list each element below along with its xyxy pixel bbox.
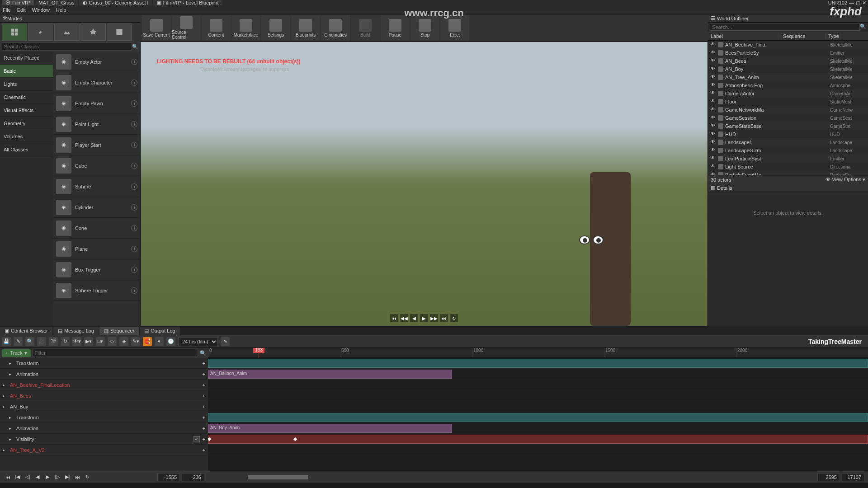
modes-tab[interactable]: ⚒ Modes — [0, 14, 140, 23]
title-tab-2[interactable]: ◐Grass_00 - Generic Asset I — [79, 0, 152, 5]
visibility-icon[interactable]: 👁 — [710, 139, 716, 145]
transform-clip[interactable] — [208, 359, 868, 368]
render-icon[interactable]: 🎬 — [49, 337, 58, 346]
tool-stop[interactable]: Stop — [410, 15, 439, 41]
view-icon[interactable]: 👁▾ — [72, 337, 81, 346]
timeline[interactable]: 193 05001000150020002500 AN_Balloon_Anim… — [208, 348, 868, 483]
add-track-button[interactable]: +Track▾ — [2, 349, 31, 357]
vp-play-icon[interactable]: ▶ — [420, 314, 428, 322]
menu-edit[interactable]: Edit — [17, 7, 26, 13]
visibility-icon[interactable]: 👁 — [710, 50, 716, 56]
actor-item[interactable]: ◉Sphere Triggeri — [53, 280, 140, 301]
outliner-row[interactable]: 👁ParticleEventMaParticleEv — [708, 171, 868, 175]
tab-message-log[interactable]: ▤Message Log — [53, 327, 99, 335]
visibility-icon[interactable]: 👁 — [710, 115, 716, 121]
actor-item[interactable]: ◉Cylinderi — [53, 197, 140, 218]
autokey-icon[interactable]: ◈ — [119, 337, 128, 346]
mode-foliage[interactable] — [80, 23, 106, 41]
outliner-row[interactable]: 👁AN_BoySkeletalMe — [708, 65, 868, 73]
filter-search-icon[interactable]: 🔍 — [200, 350, 206, 356]
play-seq-icon[interactable]: ▶▾ — [84, 337, 93, 346]
cat-volumes[interactable]: Volumes — [0, 130, 53, 143]
info-icon[interactable]: i — [131, 287, 137, 294]
visibility-icon[interactable]: 👁 — [710, 107, 716, 113]
mode-place[interactable] — [2, 23, 27, 41]
tp-stepback-icon[interactable]: ◁| — [24, 473, 32, 481]
vp-prev-icon[interactable]: ◀◀ — [400, 314, 408, 322]
expand-icon[interactable]: ▸ — [3, 404, 7, 409]
tool-source-control[interactable]: Source Control — [172, 15, 201, 41]
visibility-icon[interactable]: 👁 — [710, 42, 716, 48]
actor-item[interactable]: ◉Spherei — [53, 176, 140, 197]
fps-select[interactable]: 24 fps (film) — [178, 337, 218, 346]
search-icon[interactable]: 🔍 — [860, 23, 866, 31]
select-icon[interactable]: □▾ — [96, 337, 105, 346]
frame-in[interactable]: -1555 — [157, 473, 180, 481]
visibility-icon[interactable]: 👁 — [710, 131, 716, 137]
actor-item[interactable]: ◉Box Triggeri — [53, 259, 140, 280]
actor-item[interactable]: ◉Empty Characteri — [53, 72, 140, 93]
col-type[interactable]: Type — [826, 33, 842, 39]
clock-icon[interactable]: 🕐 — [166, 337, 175, 346]
title-tab-3[interactable]: ▣FilmVR* - Level Blueprint — [153, 0, 222, 5]
tp-play-icon[interactable]: ▶ — [43, 473, 52, 481]
visibility-icon[interactable]: 👁 — [710, 99, 716, 105]
actor-item[interactable]: ◉Conei — [53, 218, 140, 239]
expand-icon[interactable]: ▸ — [3, 448, 7, 452]
mode-landscape[interactable] — [54, 23, 80, 41]
boy-transform-clip[interactable] — [208, 413, 868, 422]
edit-icon[interactable]: ✎▾ — [131, 337, 140, 346]
cat-geometry[interactable]: Geometry — [0, 117, 53, 130]
find-icon[interactable]: ✎ — [14, 337, 23, 346]
col-sequence[interactable]: Sequence — [780, 33, 826, 39]
tool-content[interactable]: Content — [202, 15, 231, 41]
outliner-row[interactable]: 👁AN_Tree_AnimSkeletalMe — [708, 73, 868, 81]
tool-build[interactable]: Build — [351, 15, 380, 41]
add-section-icon[interactable]: + — [203, 415, 205, 420]
actor-item[interactable]: ◉Empty Actori — [53, 52, 140, 72]
track-row[interactable]: ▸Visibility✓+ — [0, 434, 208, 445]
track-row[interactable]: ▸Animation+ — [0, 369, 208, 380]
tp-nextkey-icon[interactable]: ▶| — [63, 473, 71, 481]
info-icon[interactable]: i — [131, 80, 137, 86]
track-row[interactable]: ▸AN_Tree_A_V2+ — [0, 445, 208, 455]
info-icon[interactable]: i — [131, 163, 137, 169]
outliner-row[interactable]: 👁AN_BeesSkeletalMe — [708, 57, 868, 65]
info-icon[interactable]: i — [131, 246, 137, 252]
expand-icon[interactable]: ▸ — [3, 394, 7, 398]
title-tab-0[interactable]: ⦿FilmVR* — [2, 0, 34, 5]
frame-in2[interactable]: -236 — [182, 473, 204, 481]
visibility-icon[interactable]: 👁 — [710, 58, 716, 64]
tp-stepfwd-icon[interactable]: |▷ — [53, 473, 61, 481]
add-section-icon[interactable]: + — [203, 371, 205, 377]
track-row[interactable]: ▸Transform+ — [0, 358, 208, 369]
info-icon[interactable]: i — [131, 121, 137, 127]
visibility-icon[interactable]: 👁 — [710, 172, 716, 175]
title-tab-1[interactable]: MAT_GT_Grass — [35, 0, 78, 5]
tp-prevkey-icon[interactable]: |◀ — [14, 473, 22, 481]
snap-opts-icon[interactable]: ▾ — [155, 337, 164, 346]
cat-basic[interactable]: Basic — [0, 65, 53, 78]
timeline-tracks[interactable]: AN_Balloon_Anim AN_Boy_Anim — [208, 358, 868, 455]
cat-all-classes[interactable]: All Classes — [0, 143, 53, 156]
refresh-icon[interactable]: ↻ — [61, 337, 70, 346]
tool-marketplace[interactable]: Marketplace — [231, 15, 260, 41]
track-row[interactable]: ▸AN_Bees+ — [0, 390, 208, 401]
outliner-row[interactable]: 👁AN_Beehive_FinaSkeletalMe — [708, 41, 868, 49]
track-row[interactable]: ▸AN_Beehive_FinalLocation+ — [0, 380, 208, 390]
info-icon[interactable]: i — [131, 142, 137, 148]
outliner-row[interactable]: 👁Light SourceDirectiona — [708, 163, 868, 171]
add-section-icon[interactable]: + — [203, 382, 205, 388]
menu-help[interactable]: Help — [56, 7, 66, 13]
outliner-row[interactable]: 👁GameNetworkMaGameNetw — [708, 106, 868, 114]
visibility-icon[interactable]: 👁 — [710, 90, 716, 97]
search-seq-icon[interactable]: 🔍 — [25, 337, 34, 346]
visibility-icon[interactable]: 👁 — [710, 147, 716, 154]
cat-visual-effects[interactable]: Visual Effects — [0, 104, 53, 117]
visibility-clip[interactable] — [208, 435, 868, 444]
expand-icon[interactable]: ▸ — [9, 372, 14, 376]
actor-item[interactable]: ◉Player Starti — [53, 135, 140, 155]
track-row[interactable]: ▸Animation+ — [0, 423, 208, 434]
snap-icon[interactable]: 🧲 — [143, 337, 152, 346]
vp-first-icon[interactable]: ⏮ — [390, 314, 398, 322]
